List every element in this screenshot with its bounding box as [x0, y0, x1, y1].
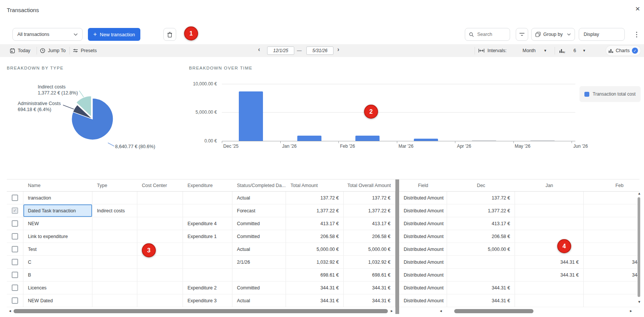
v-scrollbar[interactable] [638, 197, 640, 297]
h-scrollbar-right[interactable] [454, 309, 533, 313]
scroll-left-icon[interactable]: ◄ [439, 309, 443, 314]
cell-name[interactable]: Link to expenditure [23, 230, 92, 243]
column-header-total_amount[interactable]: Total Amount [286, 179, 344, 191]
cell-total_amount[interactable]: 698.61 € [286, 269, 344, 281]
row-checkbox[interactable] [12, 233, 18, 240]
cell-feb[interactable]: 344.31 € [584, 256, 639, 269]
cell-total_overall[interactable]: 1,377.22 € [344, 204, 395, 217]
column-header-type[interactable]: Type [92, 179, 137, 191]
cell-total_overall[interactable]: 413.17 € [344, 217, 395, 230]
cell-field[interactable]: Distributed Amount [399, 204, 447, 217]
scroll-right-icon[interactable]: ► [629, 309, 633, 314]
scroll-right-icon[interactable]: ► [390, 309, 393, 314]
cell-type[interactable] [92, 192, 137, 204]
cell-total_amount[interactable]: 344.31 € [286, 294, 344, 307]
cell-status[interactable]: Committed [232, 217, 286, 230]
row-checkbox[interactable] [12, 246, 18, 252]
cell-field[interactable]: Distributed Amount [399, 230, 447, 243]
cell-total_amount[interactable]: 413.17 € [286, 217, 344, 230]
cell-expenditure[interactable]: Expenditure 1 [183, 230, 232, 243]
scroll-left-icon[interactable]: ◄ [8, 309, 12, 314]
cell-type[interactable] [92, 230, 137, 243]
cell-field[interactable]: Distributed Amount [399, 269, 447, 281]
cell-total_overall[interactable]: 698.61 € [344, 269, 395, 281]
column-header-field[interactable]: Field [399, 179, 447, 191]
cell-cost_center[interactable] [137, 294, 183, 307]
cell-expenditure[interactable] [183, 256, 232, 269]
cell-total_amount[interactable]: 206.58 € [286, 230, 344, 243]
cell-field[interactable]: Distributed Amount [399, 192, 447, 204]
cell-dec[interactable]: 1,377.22 € [447, 204, 515, 217]
cell-jan[interactable] [515, 192, 584, 204]
cell-expenditure[interactable]: Expenditure 3 [183, 294, 232, 307]
cell-total_overall[interactable]: 5,000.00 € [344, 243, 395, 256]
cell-status[interactable]: Actual [232, 294, 286, 307]
cell-feb[interactable] [584, 217, 639, 230]
cell-cost_center[interactable] [137, 217, 183, 230]
cell-status[interactable]: Actual [232, 243, 286, 256]
cell-type[interactable] [92, 294, 137, 307]
cell-dec[interactable]: 344.31 € [447, 294, 515, 307]
cell-jan[interactable] [515, 294, 584, 307]
cell-feb[interactable] [584, 281, 639, 294]
cell-feb[interactable] [584, 204, 639, 217]
cell-expenditure[interactable] [183, 192, 232, 204]
cell-total_overall[interactable]: 344.31 € [344, 281, 395, 294]
cell-status[interactable]: Committed [232, 281, 286, 294]
cell-jan[interactable] [515, 217, 584, 230]
cell-cost_center[interactable] [137, 256, 183, 269]
column-header-expenditure[interactable]: Expenditure [183, 179, 232, 191]
scroll-up-icon[interactable]: ▲ [638, 191, 641, 196]
cell-type[interactable] [92, 217, 137, 230]
cell-field[interactable]: Distributed Amount [399, 281, 447, 294]
cell-name[interactable]: Test [23, 243, 92, 256]
cell-jan[interactable]: 344.31 € [515, 256, 584, 269]
cell-feb[interactable] [584, 192, 639, 204]
cell-expenditure[interactable] [183, 243, 232, 256]
column-header-feb[interactable]: Feb [584, 179, 639, 191]
column-header-jan[interactable]: Jan [515, 179, 584, 191]
cell-name[interactable]: transaction [23, 192, 92, 204]
cell-dec[interactable]: 206.58 € [447, 230, 515, 243]
row-checkbox[interactable] [12, 195, 18, 201]
column-header-name[interactable]: Name [23, 179, 92, 191]
cell-cost_center[interactable] [137, 192, 183, 204]
pane-divider[interactable] [395, 179, 399, 314]
column-header-cost_center[interactable]: Cost Center [137, 179, 183, 191]
column-header-status[interactable]: Status/Completed Da... [232, 179, 286, 191]
row-checkbox[interactable] [12, 220, 18, 227]
cell-status[interactable]: 2/1/26 [232, 256, 286, 269]
cell-jan[interactable]: 344.31 € [515, 269, 584, 281]
cell-feb[interactable]: 344.31 € [584, 269, 639, 281]
cell-total_overall[interactable]: 344.31 € [344, 294, 395, 307]
cell-total_amount[interactable]: 5,000.00 € [286, 243, 344, 256]
cell-total_overall[interactable]: 137.72 € [344, 192, 395, 204]
cell-type[interactable] [92, 256, 137, 269]
cell-name[interactable]: B [23, 269, 92, 281]
row-checkbox[interactable]: ✓ [12, 207, 18, 214]
cell-type[interactable] [92, 281, 137, 294]
cell-total_overall[interactable]: 206.58 € [344, 230, 395, 243]
cell-expenditure[interactable]: Expenditure 2 [183, 281, 232, 294]
cell-status[interactable]: Committed [232, 230, 286, 243]
cell-jan[interactable] [515, 243, 584, 256]
cell-jan[interactable] [515, 230, 584, 243]
cell-feb[interactable] [584, 294, 639, 307]
cell-cost_center[interactable] [137, 281, 183, 294]
cell-status[interactable]: Actual [232, 192, 286, 204]
cell-total_amount[interactable]: 1,032.92 € [286, 256, 344, 269]
h-scrollbar-left[interactable] [14, 309, 388, 313]
cell-field[interactable]: Distributed Amount [399, 243, 447, 256]
cell-dec[interactable] [447, 269, 515, 281]
cell-cost_center[interactable] [137, 204, 183, 217]
row-checkbox[interactable] [12, 259, 18, 265]
cell-dec[interactable] [447, 256, 515, 269]
cell-name[interactable]: Dated Task transaction [23, 204, 92, 217]
cell-field[interactable]: Distributed Amount [399, 217, 447, 230]
cell-feb[interactable] [584, 243, 639, 256]
row-checkbox[interactable] [12, 297, 18, 304]
cell-name[interactable]: C [23, 256, 92, 269]
cell-type[interactable]: Indirect costs [92, 204, 137, 217]
cell-cost_center[interactable] [137, 269, 183, 281]
scroll-down-icon[interactable]: ▼ [638, 300, 641, 305]
